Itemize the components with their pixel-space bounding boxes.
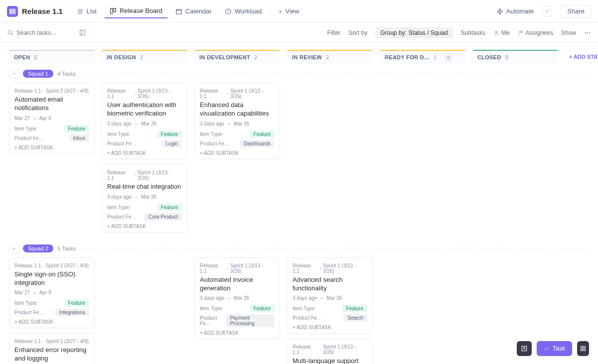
card-title: Automated invoice generation (200, 276, 275, 293)
me-button[interactable]: Me (493, 29, 510, 36)
add-subtask-button[interactable]: + ADD SUBTASK (107, 224, 182, 229)
card[interactable]: Release 1.1›Sprint 1 (3/13 - 3/26)Enhanc… (194, 83, 280, 159)
svg-point-18 (519, 31, 521, 32)
feature-chip: Feature (250, 305, 275, 312)
breadcrumb: Release 1.1›Sprint 1 (3/13 - 3/26) (293, 263, 367, 274)
tab-board[interactable]: Release Board (105, 4, 167, 18)
sidebar-toggle-icon[interactable] (79, 29, 86, 36)
card[interactable]: Release 1.1›Sprint 1 (3/13 - 3/26)Advanc… (287, 257, 373, 334)
stack: Release 1.1›Sprint 2 (3/27 - 4/9)Automat… (9, 83, 95, 154)
card[interactable]: Release 1.1›Sprint 2 (3/27 - 4/9)Single … (9, 257, 95, 329)
assignees-button[interactable]: Assignees (518, 29, 553, 36)
automate-caret[interactable] (543, 6, 552, 17)
item-type-row: Item Type:Feature (14, 299, 89, 307)
card-title: User authentication with biometric verif… (107, 101, 182, 118)
page-title: Release 1.1 (22, 7, 63, 15)
product-feature-row: Product Fe…Search (293, 314, 367, 322)
lane-divider (80, 248, 589, 248)
group-by-pill[interactable]: Group by: Status / Squad (375, 27, 452, 38)
views-tabs: List Release Board Calendar Workload +Vi… (72, 4, 304, 18)
tab-add-view[interactable]: +View (273, 4, 304, 18)
column-name: IN DEVELOPMENT (199, 54, 250, 60)
tab-add-view-label: View (286, 7, 299, 15)
card-title: Multi-language support (293, 357, 367, 364)
column-name: OPEN (14, 54, 30, 60)
search-box[interactable] (7, 29, 71, 36)
add-subtask-button[interactable]: + ADD SUBTASK (293, 325, 367, 330)
lane-grid: Release 1.1›Sprint 2 (3/27 - 4/9)Automat… (0, 83, 598, 242)
show-button[interactable]: Show (561, 29, 576, 36)
fab-note[interactable] (517, 341, 532, 356)
stack: Release 1.1›Sprint 1 (3/13 - 3/26)User a… (102, 83, 187, 233)
svg-rect-1 (10, 10, 15, 11)
add-subtask-button[interactable]: + ADD SUBTASK (200, 330, 275, 336)
filter-button[interactable]: Filter (327, 29, 340, 36)
assignee-placeholder-icon[interactable]: ⊘ (445, 53, 452, 61)
lane-toggle[interactable] (9, 69, 19, 79)
add-subtask-button[interactable]: + ADD SUBTASK (14, 319, 89, 325)
card[interactable]: Release 1.1›Sprint 2 (3/27 - 4/9)Enhance… (9, 333, 95, 364)
product-feature-row: Product Fe…Dashboards (200, 140, 275, 147)
person-icon (493, 30, 499, 36)
column-name: CLOSED (477, 54, 501, 60)
column-in-review[interactable]: IN REVIEW2 (287, 50, 373, 64)
lane-pill[interactable]: Squad 1 (23, 70, 53, 78)
more-icon[interactable] (584, 29, 591, 36)
lanes: Squad 14 TasksRelease 1.1›Sprint 2 (3/27… (0, 67, 598, 364)
lane-pill[interactable]: Squad 2 (23, 244, 53, 252)
card[interactable]: Release 1.1›Sprint 2 (3/27 - 4/9)Automat… (9, 83, 95, 154)
column-closed[interactable]: CLOSED0 (472, 50, 558, 64)
lane-header: Squad 14 Tasks (0, 67, 598, 83)
lane-divider (80, 74, 589, 74)
column-ready-for-d-[interactable]: READY FOR D…1⊘ (380, 50, 465, 64)
svg-line-14 (11, 34, 13, 35)
subtasks-button[interactable]: Subtasks (461, 29, 485, 36)
lane-toggle[interactable] (9, 243, 19, 253)
svg-rect-0 (10, 9, 15, 10)
column-in-design[interactable]: IN DESIGN2 (102, 50, 187, 64)
sort-label: Sort by (348, 29, 367, 36)
card[interactable]: Release 1.1›Sprint 1 (3/13 - 3/26)Automa… (194, 257, 280, 340)
note-icon (521, 345, 528, 352)
svg-rect-15 (80, 30, 85, 35)
column-in-development[interactable]: IN DEVELOPMENT2 (194, 50, 280, 64)
breadcrumb: Release 1.1›Sprint 1 (3/13 - 3/26) (107, 88, 182, 99)
fab-apps[interactable] (577, 341, 589, 356)
tab-calendar[interactable]: Calendar (170, 4, 217, 18)
product-feature-chip: Dashboards (240, 140, 275, 147)
stack: Release 1.1›Sprint 1 (3/13 - 3/26)Advanc… (287, 257, 373, 364)
column-count: 1 (434, 54, 437, 60)
fab-task[interactable]: Task (537, 341, 572, 356)
product-feature-chip: Inbox (69, 134, 89, 142)
card-dates: 3 days ago – Mar 26 (107, 194, 182, 200)
card[interactable]: Release 1.1›Sprint 1 (3/13 - 3/26)Real-t… (102, 164, 187, 233)
group-label: Group by: (380, 29, 407, 36)
add-subtask-button[interactable]: + ADD SUBTASK (107, 150, 182, 156)
card-title: Advanced search functionality (293, 276, 367, 293)
svg-rect-28 (581, 349, 583, 351)
column-name: READY FOR D… (385, 54, 430, 60)
svg-rect-26 (581, 347, 583, 349)
add-subtask-button[interactable]: + ADD SUBTASK (200, 150, 275, 156)
automate-button[interactable]: Automate (496, 7, 534, 15)
add-status-button[interactable]: + ADD STATUS (565, 50, 598, 64)
breadcrumb: Release 1.1›Sprint 2 (3/27 - 4/9) (14, 88, 89, 94)
share-label: Share (567, 7, 585, 15)
svg-marker-12 (497, 8, 502, 14)
tab-list[interactable]: List (72, 4, 102, 18)
add-subtask-button[interactable]: + ADD SUBTASK (14, 145, 89, 150)
share-button[interactable]: Share (561, 5, 591, 17)
sort-button[interactable]: Sort by (348, 29, 367, 36)
product-feature-row: Product Fe…Inbox (14, 134, 89, 142)
card[interactable]: Release 1.1›Sprint 1 (3/13 - 3/26)User a… (102, 83, 187, 159)
column-open[interactable]: OPEN5 (9, 50, 95, 64)
topbar: Release 1.1 List Release Board Calendar … (0, 0, 598, 23)
lane-grid: Release 1.1›Sprint 2 (3/27 - 4/9)Single … (0, 257, 598, 364)
tab-workload[interactable]: Workload (220, 4, 267, 18)
column-count: 2 (140, 54, 143, 60)
search-input[interactable] (16, 29, 71, 36)
feature-chip: Feature (64, 125, 89, 132)
people-icon (518, 30, 524, 36)
breadcrumb: Release 1.1›Sprint 1 (3/13 - 3/26) (200, 88, 275, 99)
card[interactable]: Release 1.1›Sprint 1 (3/13 - 3/26)Multi-… (287, 339, 373, 364)
